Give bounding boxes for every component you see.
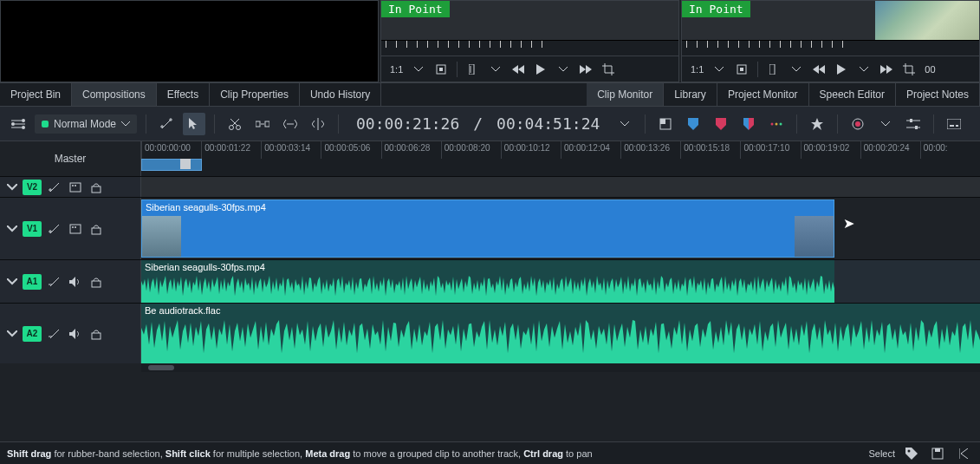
collapse-icon[interactable] [7, 330, 17, 337]
tab-compositions[interactable]: Compositions [72, 83, 157, 106]
zoom-ratio[interactable]: 1:1 [687, 64, 707, 75]
slip-tool-icon[interactable] [279, 113, 302, 135]
options-dropdown-icon[interactable] [786, 59, 807, 80]
track-header-a1[interactable]: A1 [0, 260, 141, 303]
effects-icon[interactable] [47, 326, 62, 342]
forward-icon[interactable] [876, 59, 897, 80]
track-header-v2[interactable]: V2 [0, 177, 141, 197]
zoom-dropdown-icon[interactable] [709, 59, 730, 80]
play-icon[interactable] [831, 59, 852, 80]
crop-icon[interactable] [899, 59, 919, 80]
dots-icon[interactable] [765, 113, 788, 135]
timecode-dropdown-icon[interactable] [613, 113, 636, 135]
track-body-v1[interactable]: Siberian seagulls-30fps.mp4 ➤ [141, 198, 980, 259]
prev-status-icon[interactable] [954, 444, 973, 463]
rewind-icon[interactable] [808, 59, 829, 80]
collapse-icon[interactable] [7, 278, 17, 285]
record-dropdown-icon[interactable] [874, 113, 897, 135]
audio-clip[interactable]: Be audiotrack.flac [141, 304, 980, 363]
edit-mode-select[interactable]: Normal Mode [35, 114, 137, 134]
tab-undo-history[interactable]: Undo History [300, 83, 381, 106]
tab-speech-editor[interactable]: Speech Editor [809, 83, 896, 106]
effects-icon[interactable] [47, 274, 62, 290]
track-body-a1[interactable]: Siberian seagulls-30fps.mp4 [141, 260, 980, 303]
sliders-icon[interactable] [902, 113, 925, 135]
effects-icon[interactable] [47, 180, 62, 195]
tab-clip-properties[interactable]: Clip Properties [210, 83, 300, 106]
track-label-a1[interactable]: A1 [23, 274, 42, 290]
insert-marker-blue-icon[interactable] [682, 113, 704, 135]
tab-project-bin[interactable]: Project Bin [0, 83, 72, 106]
forward-icon[interactable] [575, 59, 596, 80]
master-label[interactable]: Master [0, 141, 141, 176]
svg-rect-25 [70, 225, 81, 233]
track-body-a2[interactable]: Be audiotrack.flac [141, 304, 980, 363]
play-dropdown-icon[interactable] [853, 59, 874, 80]
play-dropdown-icon[interactable] [553, 59, 574, 80]
spacer-tool-icon[interactable] [251, 113, 274, 135]
effects-icon[interactable] [47, 221, 62, 237]
project-monitor-ruler[interactable] [682, 40, 979, 56]
visible-icon[interactable] [68, 180, 83, 195]
track-header-v1[interactable]: V1 [0, 198, 141, 259]
collapse-icon[interactable] [7, 184, 17, 191]
tab-clip-monitor[interactable]: Clip Monitor [587, 83, 664, 106]
insert-marker-red-icon[interactable] [710, 113, 732, 135]
play-icon[interactable] [530, 59, 551, 80]
save-icon[interactable] [928, 444, 947, 463]
timeline-ruler[interactable]: 00:00:00:00 00:00:01:22 00:00:03:14 00:0… [141, 141, 980, 176]
marker-in-icon[interactable] [463, 59, 484, 80]
mute-icon[interactable] [68, 274, 83, 290]
subtitle-icon[interactable] [943, 113, 965, 135]
lock-icon[interactable] [88, 180, 104, 195]
track-header-a2[interactable]: A2 [0, 304, 141, 363]
tag-icon[interactable] [902, 444, 921, 463]
record-icon[interactable] [847, 113, 869, 135]
svg-point-4 [22, 119, 25, 122]
mute-icon[interactable] [68, 326, 83, 342]
mix-icon[interactable] [654, 113, 677, 135]
clip-monitor-canvas[interactable]: In Point [381, 1, 678, 40]
tab-effects[interactable]: Effects [157, 83, 210, 106]
tab-project-monitor[interactable]: Project Monitor [717, 83, 809, 106]
set-zone-icon[interactable] [431, 59, 451, 80]
zoom-dropdown-icon[interactable] [408, 59, 429, 80]
project-monitor-canvas[interactable]: In Point [682, 1, 979, 40]
track-label-v1[interactable]: V1 [23, 221, 42, 237]
ruler-tick: 00:00:03:14 [261, 141, 321, 159]
timeline-scrollbar[interactable] [141, 363, 980, 372]
audio-clip[interactable]: Siberian seagulls-30fps.mp4 [141, 260, 834, 303]
lock-icon[interactable] [88, 326, 104, 342]
selection-tool-icon[interactable] [183, 113, 205, 135]
visible-icon[interactable] [68, 221, 83, 237]
options-dropdown-icon[interactable] [485, 59, 506, 80]
lock-icon[interactable] [88, 274, 104, 290]
track-label-v2[interactable]: V2 [23, 180, 42, 195]
svg-point-23 [75, 185, 76, 186]
razor-tool-icon[interactable] [224, 113, 246, 135]
playhead[interactable] [180, 159, 191, 169]
rewind-icon[interactable] [508, 59, 529, 80]
insert-marker-split-icon[interactable] [737, 113, 760, 135]
marker-in-icon[interactable] [763, 59, 784, 80]
collapse-icon[interactable] [7, 225, 17, 232]
timeline-position[interactable]: 00:00:21:26 [347, 114, 468, 133]
lock-icon[interactable] [88, 221, 104, 237]
clip-monitor-ruler[interactable] [381, 40, 678, 56]
favorite-icon[interactable] [806, 113, 828, 135]
track-label-a2[interactable]: A2 [23, 326, 42, 342]
set-zone-icon[interactable] [731, 59, 752, 80]
crop-icon[interactable] [598, 59, 619, 80]
tab-library[interactable]: Library [664, 83, 717, 106]
zoom-ratio[interactable]: 1:1 [386, 64, 406, 75]
svg-point-6 [22, 126, 25, 129]
svg-point-17 [855, 121, 860, 127]
svg-rect-24 [92, 186, 101, 193]
track-body-v2[interactable] [141, 177, 980, 197]
timeline-zone[interactable] [141, 159, 202, 171]
ripple-tool-icon[interactable] [307, 113, 329, 135]
tab-project-notes[interactable]: Project Notes [896, 83, 980, 106]
video-clip[interactable]: Siberian seagulls-30fps.mp4 [141, 199, 834, 258]
wand-icon[interactable] [155, 113, 178, 135]
settings-toggle-icon[interactable] [7, 113, 29, 135]
